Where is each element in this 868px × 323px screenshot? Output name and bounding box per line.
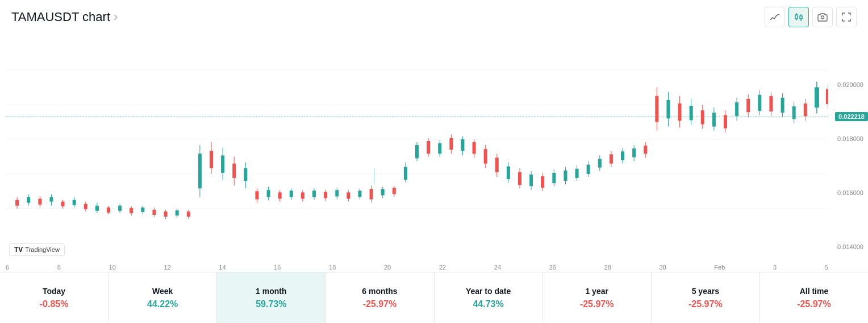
svg-rect-128 [666, 100, 670, 118]
svg-rect-19 [49, 197, 53, 201]
svg-rect-0 [795, 15, 798, 19]
period-ytd[interactable]: Year to date 44.73% [435, 272, 543, 323]
period-selector: Today -0.85% Week 44.22% 1 month 59.73% … [0, 272, 868, 323]
svg-rect-142 [746, 99, 750, 112]
chart-container: TAMAUSDT chart › [0, 0, 868, 323]
svg-rect-130 [678, 103, 682, 121]
svg-rect-80 [393, 188, 396, 194]
svg-point-6 [821, 16, 824, 19]
current-price-label: 0.022218 [835, 111, 868, 121]
svg-rect-55 [255, 191, 258, 199]
svg-rect-17 [38, 199, 41, 205]
svg-rect-33 [130, 208, 133, 213]
svg-rect-29 [107, 208, 110, 213]
svg-rect-47 [210, 151, 213, 168]
chart-toolbar [765, 7, 857, 27]
svg-rect-112 [575, 169, 579, 178]
period-week[interactable]: Week 44.22% [108, 272, 217, 323]
y-axis: 0.020000 0.018000 0.016000 0.014000 [837, 30, 863, 255]
svg-rect-144 [758, 95, 761, 111]
svg-rect-118 [610, 154, 613, 163]
svg-rect-61 [290, 191, 293, 197]
svg-rect-51 [232, 164, 236, 178]
x-axis: 6 8 10 12 14 16 18 20 22 24 26 28 30 Feb… [6, 264, 828, 271]
svg-rect-154 [815, 88, 819, 108]
svg-rect-31 [118, 206, 122, 211]
camera-button[interactable] [812, 7, 833, 27]
svg-rect-49 [221, 155, 224, 172]
svg-rect-122 [632, 148, 636, 157]
svg-rect-148 [781, 98, 784, 113]
svg-rect-45 [198, 154, 202, 188]
period-1year[interactable]: 1 year -25.97% [543, 272, 652, 323]
period-alltime[interactable]: All time -25.97% [760, 272, 868, 323]
svg-rect-15 [27, 197, 30, 202]
svg-rect-3 [800, 16, 802, 19]
svg-rect-156 [826, 89, 828, 104]
chart-title[interactable]: TAMAUSDT chart › [11, 10, 118, 24]
svg-rect-126 [655, 96, 658, 122]
svg-rect-92 [461, 139, 464, 151]
svg-rect-136 [712, 113, 716, 126]
svg-rect-57 [267, 190, 270, 197]
candle-chart-button[interactable] [788, 7, 809, 27]
svg-rect-84 [415, 145, 419, 158]
period-6months[interactable]: 6 months -25.97% [326, 272, 434, 323]
svg-rect-96 [484, 149, 487, 163]
svg-rect-41 [176, 210, 179, 216]
chart-header: TAMAUSDT chart › [0, 0, 868, 30]
svg-rect-106 [541, 176, 544, 188]
svg-rect-78 [381, 189, 385, 195]
svg-rect-104 [529, 175, 533, 186]
svg-rect-114 [587, 165, 590, 174]
svg-rect-134 [701, 110, 704, 124]
svg-rect-108 [552, 173, 556, 183]
svg-rect-35 [141, 208, 144, 212]
svg-rect-82 [404, 167, 407, 180]
svg-rect-110 [564, 171, 567, 181]
svg-rect-39 [164, 212, 168, 217]
svg-rect-150 [792, 106, 796, 119]
svg-rect-53 [244, 168, 247, 181]
svg-rect-21 [61, 202, 65, 206]
fullscreen-button[interactable] [836, 7, 857, 27]
svg-rect-146 [769, 96, 773, 111]
tradingview-badge: TV TradingView [9, 243, 65, 256]
svg-rect-27 [95, 206, 99, 211]
svg-rect-116 [598, 159, 602, 167]
svg-rect-120 [621, 151, 624, 160]
svg-rect-65 [312, 191, 316, 197]
svg-rect-63 [301, 192, 304, 198]
chart-main[interactable]: 0.020000 0.018000 0.016000 0.014000 0.02… [0, 30, 868, 272]
candlestick-chart[interactable] [6, 30, 828, 255]
svg-rect-67 [324, 192, 327, 198]
svg-rect-140 [735, 102, 738, 116]
period-1month[interactable]: 1 month 59.73% [217, 272, 326, 323]
svg-rect-23 [73, 200, 76, 205]
svg-rect-138 [724, 115, 727, 128]
svg-rect-88 [438, 143, 441, 154]
svg-rect-94 [473, 142, 476, 154]
period-today[interactable]: Today -0.85% [0, 272, 108, 323]
svg-rect-69 [335, 190, 339, 196]
svg-rect-25 [84, 204, 87, 209]
period-5years[interactable]: 5 years -25.97% [652, 272, 760, 323]
svg-rect-71 [347, 192, 350, 198]
svg-rect-100 [507, 167, 510, 179]
svg-rect-90 [449, 138, 453, 150]
svg-rect-37 [152, 210, 156, 215]
svg-rect-75 [370, 189, 373, 199]
svg-rect-73 [358, 191, 361, 197]
svg-rect-13 [15, 200, 19, 206]
svg-rect-124 [644, 146, 647, 154]
svg-rect-102 [518, 172, 521, 185]
svg-rect-59 [278, 192, 282, 198]
svg-rect-86 [427, 141, 430, 154]
svg-rect-98 [495, 158, 499, 172]
svg-rect-43 [187, 212, 190, 217]
svg-rect-132 [690, 106, 693, 120]
line-chart-button[interactable] [765, 7, 785, 27]
svg-rect-152 [804, 103, 807, 116]
